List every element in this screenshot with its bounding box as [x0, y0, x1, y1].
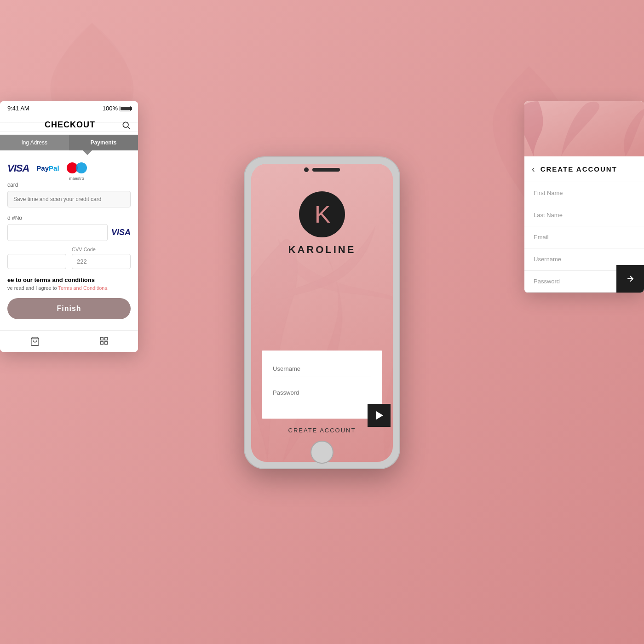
svg-rect-4: [104, 338, 107, 340]
card-number-input[interactable]: [7, 224, 108, 241]
terms-title: ee to our terms and conditions: [7, 276, 131, 283]
tab-shipping[interactable]: ing Adress: [0, 135, 69, 150]
payment-icons-row: VISA PayPal maestro: [7, 162, 131, 174]
logo-letter: K: [315, 201, 330, 228]
svg-rect-3: [100, 338, 103, 340]
login-form: [262, 351, 382, 419]
cart-icon[interactable]: [30, 336, 40, 346]
cvv-section: CVV-Code: [7, 247, 131, 269]
scan-label: card: [7, 182, 131, 188]
email-input[interactable]: [524, 226, 644, 248]
card-scan-section: card: [7, 182, 131, 213]
back-button[interactable]: ‹: [532, 164, 535, 174]
create-account-form: [524, 182, 644, 293]
terms-text: ve read and I agree to Terms and Conditi…: [7, 285, 131, 291]
terms-section: ee to our terms and conditions ve read a…: [7, 276, 131, 291]
grid-icon[interactable]: [99, 336, 109, 345]
bottom-nav: [0, 330, 138, 352]
create-account-title: CREATE ACCOUNT: [540, 165, 617, 173]
login-screen: K KAROLINE CRE: [251, 164, 393, 462]
visa-card-indicator: VISA: [111, 228, 131, 237]
tab-arrow: [0, 150, 138, 155]
terms-link[interactable]: Terms and Conditions.: [58, 285, 109, 291]
svg-rect-6: [100, 342, 103, 345]
center-phone: K KAROLINE CRE: [244, 156, 400, 469]
maestro-logo: maestro: [67, 162, 87, 174]
cvv-label: CVV-Code: [72, 247, 131, 252]
create-account-section: CREATE ACCOUNT: [262, 426, 382, 434]
center-screen: K KAROLINE CRE: [251, 164, 393, 462]
card-number-label: d #No: [7, 215, 131, 221]
svg-line-1: [128, 126, 130, 129]
checkout-header: CHECKOUT: [0, 115, 138, 135]
status-time: 9:41 AM: [7, 105, 29, 112]
cvv-input-group: CVV-Code: [72, 247, 131, 269]
play-button[interactable]: [368, 404, 391, 427]
tab-payments[interactable]: Payments: [69, 135, 138, 150]
cvv-input[interactable]: [72, 254, 131, 269]
svg-rect-5: [104, 342, 107, 345]
arrow-right-icon: [626, 274, 635, 283]
checkout-tabs: ing Adress Payments: [0, 135, 138, 150]
right-palm-bg: [524, 101, 644, 156]
right-phone-top: [524, 101, 644, 156]
brand-name: KAROLINE: [288, 244, 356, 256]
battery-indicator: 100%: [103, 105, 131, 112]
payment-methods: VISA PayPal maestro card d #No VISA: [0, 155, 138, 330]
search-icon[interactable]: [121, 121, 131, 130]
login-form-container: CREATE ACCOUNT: [262, 351, 382, 462]
phone-notch: [304, 167, 340, 172]
logo-circle: K: [299, 191, 345, 237]
create-account-header: ‹ CREATE ACCOUNT: [524, 156, 644, 182]
phone-speaker: [312, 168, 340, 172]
last-name-input[interactable]: [524, 204, 644, 226]
card-number-section: d #No VISA: [7, 215, 131, 241]
expiry-input[interactable]: [7, 254, 66, 269]
visa-logo: VISA: [7, 162, 29, 174]
play-icon: [376, 411, 383, 420]
first-name-input[interactable]: [524, 182, 644, 204]
submit-button[interactable]: [616, 265, 644, 293]
paypal-logo: PayPal: [36, 164, 59, 172]
right-phone: ‹ CREATE ACCOUNT: [524, 101, 644, 293]
svg-point-0: [123, 122, 128, 127]
center-phone-wrap: K KAROLINE CRE: [244, 156, 400, 469]
username-input[interactable]: [273, 362, 371, 376]
logo-area: K KAROLINE: [288, 191, 356, 256]
create-account-link[interactable]: CREATE ACCOUNT: [288, 427, 356, 434]
checkout-title: CHECKOUT: [18, 120, 121, 130]
password-input[interactable]: [273, 385, 371, 400]
finish-button[interactable]: Finish: [7, 298, 131, 319]
expiry-input-group: [7, 254, 66, 269]
front-camera: [304, 167, 309, 172]
scan-input[interactable]: [7, 191, 131, 207]
left-phone: 9:41 AM 100% CHECKOUT ing Adress Payment…: [0, 101, 138, 352]
status-bar: 9:41 AM 100%: [0, 101, 138, 115]
